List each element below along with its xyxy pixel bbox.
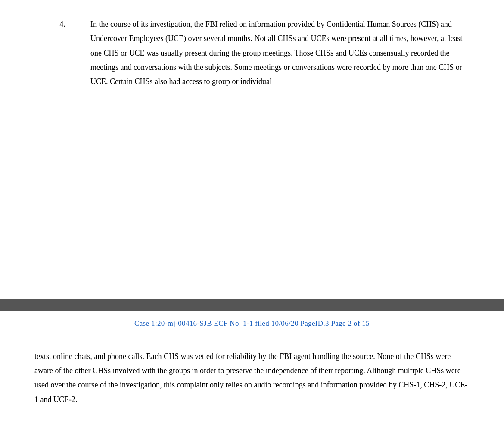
page-container: 4. In the course of its investigation, t… [0,0,504,424]
case-header: Case 1:20-mj-00416-SJB ECF No. 1-1 filed… [134,319,370,327]
paragraph-text: In the course of its investigation, the … [90,17,470,89]
paragraph-number: 4. [34,17,90,31]
top-content: 4. In the course of its investigation, t… [0,0,504,290]
footer-bar: Case 1:20-mj-00416-SJB ECF No. 1-1 filed… [0,311,504,337]
bottom-paragraph-text: texts, online chats, and phone calls. Ea… [34,349,470,407]
paragraph-4: 4. In the course of its investigation, t… [34,17,470,89]
divider-bar [0,299,504,311]
bottom-content: texts, online chats, and phone calls. Ea… [0,337,504,424]
